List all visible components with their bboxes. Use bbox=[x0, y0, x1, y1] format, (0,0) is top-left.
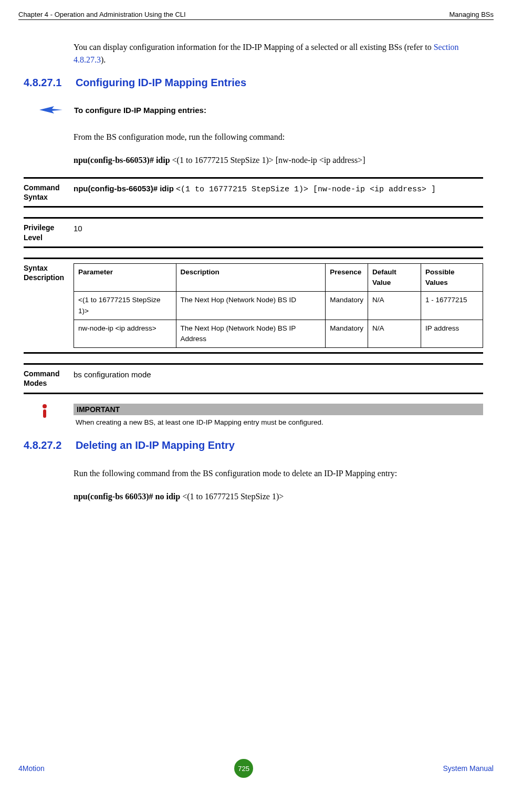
arrow-right-icon bbox=[39, 105, 62, 115]
command-args: <(1 to 16777215 StepSize 1)> [nw-node-ip… bbox=[172, 156, 365, 165]
syntax-description-label: Syntax Description bbox=[24, 263, 74, 348]
important-body: IMPORTANT When creating a new BS, at lea… bbox=[74, 404, 483, 426]
privilege-level-value: 10 bbox=[74, 223, 483, 242]
command-syntax-label: Command Syntax bbox=[24, 183, 74, 202]
svg-point-1 bbox=[43, 404, 47, 408]
cell-presence: Mandatory bbox=[326, 320, 368, 348]
cell-description: The Next Hop (Network Node) BS IP Addres… bbox=[176, 320, 326, 348]
table-header-row: Parameter Description Presence Default V… bbox=[74, 263, 483, 292]
cell-default: N/A bbox=[368, 320, 421, 348]
privilege-level-label: Privilege Level bbox=[24, 223, 74, 242]
command-modes-block: Command Modes bs configuration mode bbox=[24, 363, 483, 394]
page-header: Chapter 4 - Operation and Administration… bbox=[18, 11, 494, 20]
page-number-badge: 725 bbox=[234, 759, 253, 778]
procedure-heading: To configure ID-IP Mapping entries: bbox=[39, 105, 494, 115]
header-right: Managing BSs bbox=[449, 11, 494, 18]
command-modes-value: bs configuration mode bbox=[74, 369, 483, 388]
intro-text-a: You can display configuration informatio… bbox=[74, 43, 434, 52]
important-text: When creating a new BS, at least one ID-… bbox=[74, 418, 483, 426]
th-parameter: Parameter bbox=[74, 263, 176, 292]
procedure-title: To configure ID-IP Mapping entries: bbox=[74, 106, 206, 115]
section-title: Configuring ID-IP Mapping Entries bbox=[76, 77, 246, 89]
command-modes-label: Command Modes bbox=[24, 369, 74, 388]
table-row: <(1 to 16777215 StepSize 1)> The Next Ho… bbox=[74, 292, 483, 320]
th-possible-values: Possible Values bbox=[421, 263, 483, 292]
th-default-value: Default Value bbox=[368, 263, 421, 292]
cell-possible: IP address bbox=[421, 320, 483, 348]
command-bold: npu(config-bs-66053)# idip bbox=[74, 156, 172, 165]
sec2-paragraph: Run the following command from the BS co… bbox=[74, 467, 483, 480]
section-title: Deleting an ID-IP Mapping Entry bbox=[76, 439, 235, 451]
sec2-command-bold: npu(config-bs 66053)# no idip bbox=[74, 492, 182, 501]
th-presence: Presence bbox=[326, 263, 368, 292]
command-syntax-block: Command Syntax npu(config-bs-66053)# idi… bbox=[24, 177, 483, 208]
syntax-description-content: Parameter Description Presence Default V… bbox=[74, 263, 483, 348]
syntax-description-block: Syntax Description Parameter Description… bbox=[24, 258, 483, 354]
command-syntax-content: npu(config-bs-66053)# idip <(1 to 167772… bbox=[74, 183, 483, 202]
cell-parameter: nw-node-ip <ip address> bbox=[74, 320, 176, 348]
header-left: Chapter 4 - Operation and Administration… bbox=[18, 11, 186, 18]
section-heading-1: 4.8.27.1 Configuring ID-IP Mapping Entri… bbox=[24, 77, 494, 89]
command-syntax-bold: npu(config-bs-66053)# idip bbox=[74, 184, 176, 193]
table-row: nw-node-ip <ip address> The Next Hop (Ne… bbox=[74, 320, 483, 348]
footer-right: System Manual bbox=[443, 764, 494, 773]
page-footer: 4Motion 725 System Manual bbox=[18, 759, 494, 778]
section-heading-2: 4.8.27.2 Deleting an ID-IP Mapping Entry bbox=[24, 439, 494, 451]
section-number: 4.8.27.1 bbox=[24, 77, 74, 89]
intro-text-b: ). bbox=[101, 55, 106, 64]
cell-default: N/A bbox=[368, 292, 421, 320]
syntax-table: Parameter Description Presence Default V… bbox=[74, 263, 483, 348]
th-description: Description bbox=[176, 263, 326, 292]
sec2-command-args: <(1 to 16777215 StepSize 1)> bbox=[182, 492, 284, 501]
footer-left: 4Motion bbox=[18, 764, 45, 773]
important-icon bbox=[39, 404, 50, 421]
important-callout: IMPORTANT When creating a new BS, at lea… bbox=[39, 404, 483, 426]
svg-rect-2 bbox=[43, 409, 46, 418]
section-number: 4.8.27.2 bbox=[24, 439, 74, 451]
privilege-level-block: Privilege Level 10 bbox=[24, 217, 483, 248]
svg-marker-0 bbox=[39, 106, 62, 114]
command-syntax-mono: <(1 to 16777215 StepSize 1)> [nw-node-ip… bbox=[176, 185, 436, 194]
cell-possible: 1 - 16777215 bbox=[421, 292, 483, 320]
command-example: npu(config-bs-66053)# idip <(1 to 167772… bbox=[74, 154, 483, 167]
sec2-command: npu(config-bs 66053)# no idip <(1 to 167… bbox=[74, 490, 483, 503]
intro-paragraph: You can display configuration informatio… bbox=[74, 41, 483, 66]
cell-parameter: <(1 to 16777215 StepSize 1)> bbox=[74, 292, 176, 320]
procedure-text: From the BS configuration mode, run the … bbox=[74, 131, 483, 143]
important-title: IMPORTANT bbox=[74, 404, 483, 415]
cell-description: The Next Hop (Network Node) BS ID bbox=[176, 292, 326, 320]
cell-presence: Mandatory bbox=[326, 292, 368, 320]
